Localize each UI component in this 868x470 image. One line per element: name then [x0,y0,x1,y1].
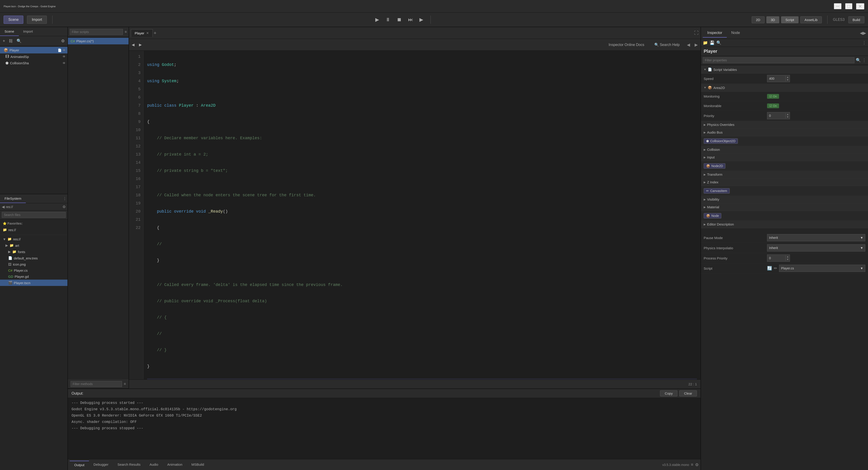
insp-folder-btn[interactable]: 📁 [703,40,708,45]
collision-section[interactable]: ▶ Collision [701,146,868,153]
method-filter-input[interactable] [71,381,122,387]
bottom-settings-button[interactable]: ⚙ [695,462,699,467]
insp-save-btn[interactable]: 💾 [710,40,715,45]
step-button[interactable]: ⏭ [406,16,415,24]
pause-mode-dropdown[interactable]: Inherit ▼ [767,234,865,241]
pp-down-btn[interactable]: ▼ [785,258,790,261]
clear-button[interactable]: Clear [679,390,697,396]
scene-button[interactable]: Scene [4,16,23,24]
audio-tab[interactable]: Audio [145,461,163,469]
fs-art-item[interactable]: ▶ 📁 art [0,242,67,248]
material-section[interactable]: ▶ Material [701,203,868,211]
animatedsp-vis-btn[interactable]: 👁 [62,55,66,58]
minimize-button[interactable]: ─ [834,3,841,9]
priority-up-btn[interactable]: ▲ [785,113,790,116]
player-vis-btn[interactable]: 👁 [62,49,66,52]
bottom-menu-button[interactable]: ≡ [691,462,693,467]
input-section[interactable]: ▶ Input [701,153,868,161]
search-scene-button[interactable]: 🔍 [16,37,22,45]
node-tab[interactable]: Node [727,29,744,37]
filter-search-btn[interactable]: 🔍 [856,58,861,63]
priority-down-btn[interactable]: ▼ [785,116,790,118]
fs-playertscn-item[interactable]: 🎬 Player.tscn [0,280,67,286]
search-help-button[interactable]: 🔍 Search Help [652,41,683,48]
script-settings-button[interactable]: ◀ [687,42,690,47]
inspector-tab[interactable]: Inspector [703,29,727,37]
script-settings2-button[interactable]: ▶ [694,42,698,47]
copy-button[interactable]: Copy [660,390,677,396]
script-vars-section[interactable]: ▼ 📄 Script Variables [701,66,868,74]
scene-tab[interactable]: Scene [0,27,19,36]
animation-tab[interactable]: Animation [163,461,187,469]
physics-overrides-section[interactable]: ▶ Physics Overrides [701,121,868,128]
script-sort-button[interactable]: ≡ [125,30,127,34]
2d-button[interactable]: 2D [752,16,765,23]
collisionsha-vis-btn[interactable]: 👁 [62,61,66,65]
back-button[interactable]: ◀ [132,42,134,47]
visibility-section[interactable]: ▶ Visibility [701,196,868,203]
code-content[interactable]: using Godot; using System; public class … [144,51,701,379]
node-collisionsha[interactable]: ⬟ CollisionSha 👁 [0,60,67,66]
output-tab[interactable]: Output [70,461,89,469]
import-button[interactable]: Import [27,16,46,24]
insp-fwd-btn[interactable]: ▶ [863,31,866,35]
editor-desc-section[interactable]: ▶ Editor Description [701,221,868,228]
script-filter-input[interactable] [70,29,123,35]
link-node-button[interactable]: ⛓ [8,38,14,45]
script-file-player[interactable]: C# Player.cs(*) [68,38,129,45]
fs-res-item[interactable]: 📁 res:// [0,227,67,233]
speed-down-btn[interactable]: ▼ [785,79,790,81]
script-reload-btn[interactable]: 🔄 [767,266,772,271]
speed-up-btn[interactable]: ▲ [785,76,790,79]
pause-button[interactable]: ⏸ [384,16,392,24]
maximize-button[interactable]: □ [845,3,852,9]
script-button[interactable]: Script [781,16,798,23]
player-script-btn[interactable]: 📄 [58,49,62,52]
priority-input[interactable] [767,114,785,117]
area2d-section[interactable]: ▼ 📦 Area2D [701,84,868,92]
fs-back-btn[interactable]: ◀ [2,205,4,209]
script-edit-btn[interactable]: ✏ [774,266,777,271]
insp-search-btn[interactable]: 🔍 [716,40,721,45]
filesystem-tab[interactable]: FileSystem [0,194,26,203]
scene-settings-button[interactable]: ⚙ [60,37,66,45]
fs-more-btn[interactable]: ⋮ [62,194,67,203]
add-tab-button[interactable]: + [154,30,157,36]
close-button[interactable]: ✕ [856,3,864,9]
fs-fonts-item[interactable]: ▶ 📁 fonts [0,248,67,255]
import-tab[interactable]: Import [19,27,38,36]
fs-res-tree[interactable]: ▼ 📁 res:// [0,236,67,242]
debugger-tab[interactable]: Debugger [89,461,113,469]
build-button[interactable]: Build [848,16,864,23]
assetlib-button[interactable]: AssetLib [800,16,822,23]
audio-bus-section[interactable]: ▶ Audio Bus [701,128,868,136]
3d-button[interactable]: 3D [766,16,779,23]
insp-back-btn[interactable]: ◀ [860,31,863,35]
online-docs-button[interactable]: Inspector Online Docs [606,41,647,48]
method-sort-button[interactable]: ≡ [124,382,126,386]
insp-more-btn[interactable]: ⋮ [862,40,866,45]
node-player[interactable]: 📦 Player 📄 👁 [0,47,67,53]
search-results-tab[interactable]: Search Results [113,461,145,469]
process-priority-input[interactable] [767,256,785,260]
physics-interp-dropdown[interactable]: Inherit ▼ [767,244,865,252]
play-scene-button[interactable]: ▶ [417,16,425,24]
script-dropdown[interactable]: Player.cs ▼ [779,265,865,272]
stop-button[interactable]: ⏹ [395,16,404,24]
fs-env-item[interactable]: 📄 default_env.tres [0,255,67,261]
msbuild-tab[interactable]: MSBuild [187,461,209,469]
play-button[interactable]: ▶ [373,16,381,24]
expand-editor-button[interactable]: ⛶ [694,30,699,35]
transform-section[interactable]: ▶ Transform [701,171,868,178]
node-animatedsp[interactable]: 🎞 AnimatedSp 👁 [0,53,67,60]
filter-more-btn[interactable]: ⋮ [862,58,866,63]
tab-close-icon[interactable]: ✕ [146,31,149,35]
speed-input[interactable] [767,77,785,80]
forward-button[interactable]: ▶ [139,42,142,47]
editor-tab-player[interactable]: Player ✕ [131,29,153,37]
fs-settings-btn[interactable]: ⚙ [62,205,66,209]
add-node-button[interactable]: + [2,38,6,45]
code-editor[interactable]: 12345 678910 1112131415 1617181920 2122 … [129,51,701,379]
fs-search-input[interactable] [2,212,66,218]
fs-icon-item[interactable]: 🖼 icon.png [0,261,67,267]
